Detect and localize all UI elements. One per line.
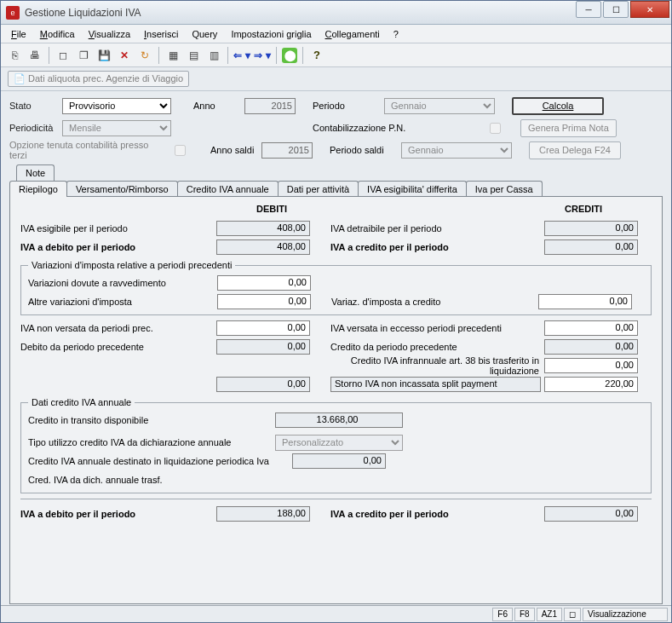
dati-credito-fieldset: Dati credito IVA annuale Credito in tran…: [20, 397, 652, 493]
grid3-icon[interactable]: ▥: [205, 47, 222, 64]
menu-visualizza[interactable]: Visualizza: [85, 27, 134, 41]
tipo-utilizzo-select: Personalizzato: [275, 435, 403, 451]
stato-select[interactable]: Provvisorio: [62, 98, 171, 114]
menu-collegamenti[interactable]: Collegamenti: [322, 27, 383, 41]
menu-inserisci[interactable]: Inserisci: [141, 27, 181, 41]
menu-query[interactable]: Query: [188, 27, 221, 41]
variazioni-fieldset: Variazioni d'imposta relative a periodi …: [20, 260, 652, 315]
contabilizzazione-label: Contabilizzazione P.N.: [313, 123, 432, 133]
iva-detraibile-label: IVA detraibile per il periodo: [327, 223, 544, 234]
menu-modifica[interactable]: Modifica: [37, 27, 78, 41]
window-title: Gestione Liquidazioni IVA: [25, 7, 576, 19]
tab-credito-annuale[interactable]: Credito IVA annuale: [177, 181, 279, 197]
iva-debito-value: 408,00: [216, 239, 310, 255]
unnamed-debit-value: 0,00: [216, 377, 310, 392]
opzione-terzi-checkbox: [175, 145, 186, 156]
tab-riepilogo[interactable]: Riepilogo: [9, 181, 67, 197]
contabilizzazione-checkbox: [490, 123, 501, 134]
new-icon[interactable]: ◻: [55, 47, 72, 64]
periodicita-select: Mensile: [62, 120, 171, 136]
action-icon[interactable]: ⬤: [282, 48, 297, 63]
iva-debito-final-label: IVA a debito per il periodo: [20, 509, 216, 519]
credito-prec-label: Credito da periodo precedente: [327, 342, 544, 352]
grid2-icon[interactable]: ▤: [185, 47, 202, 64]
tab-iva-cassa[interactable]: Iva per Cassa: [466, 181, 543, 197]
anno-saldi-field: [261, 142, 313, 159]
periodo-saldi-select: Gennaio: [401, 142, 512, 159]
iva-debito-final-value: 188,00: [216, 506, 310, 522]
tab-panel-riepilogo: DEBITI CREDITI IVA esigibile per il peri…: [9, 196, 663, 604]
credito-38bis-label: Credito IVA infrannuale art. 38 bis tras…: [327, 355, 544, 376]
status-mode: Visualizzazione: [583, 608, 668, 621]
iva-non-versata-value[interactable]: 0,00: [216, 320, 310, 336]
form-area: Stato Provvisorio Anno Periodo Gennaio C…: [1, 91, 671, 161]
tab-dati-attivita[interactable]: Dati per attività: [278, 181, 359, 197]
iva-detraibile-value: 0,00: [544, 221, 638, 236]
credito-38bis-value[interactable]: 0,00: [544, 358, 638, 373]
grid1-icon[interactable]: ▦: [164, 47, 181, 64]
var-ravv-label: Variazioni dovute a ravvedimento: [28, 278, 217, 288]
iva-credito-final-value: 0,00: [544, 506, 638, 522]
refresh-icon[interactable]: ↻: [136, 47, 153, 64]
storno-value[interactable]: 220,00: [544, 377, 638, 392]
calcola-button[interactable]: Calcola: [512, 97, 604, 115]
tipo-utilizzo-label: Tipo utilizzo credito IVA da dichiarazio…: [28, 437, 275, 447]
minimize-button[interactable]: ─: [576, 1, 601, 18]
tab-note[interactable]: Note: [16, 164, 55, 181]
iva-eccesso-value[interactable]: 0,00: [544, 320, 638, 336]
dati-credito-legend: Dati credito IVA annuale: [28, 397, 135, 407]
iva-debito-label: IVA a debito per il periodo: [20, 242, 216, 252]
statusbar: F6 F8 AZ1 ◻ Visualizzazione: [1, 605, 671, 622]
help-icon[interactable]: ?: [308, 47, 325, 64]
periodo-label: Periodo: [313, 101, 381, 111]
anno-label: Anno: [193, 101, 241, 111]
menu-help[interactable]: ?: [390, 27, 402, 41]
periodo-saldi-label: Periodo saldi: [330, 145, 398, 155]
iva-credito-final-label: IVA a credito per il periodo: [327, 509, 544, 519]
header-crediti: CREDITI: [528, 204, 639, 214]
next-icon[interactable]: ⇒ ▾: [254, 47, 271, 64]
delete-icon[interactable]: ✕: [116, 47, 133, 64]
tabs-area: Note Riepilogo Versamento/Rimborso Credi…: [1, 161, 671, 605]
credito-prec-value: 0,00: [544, 339, 638, 355]
print-icon[interactable]: 🖶: [26, 47, 43, 64]
anno-saldi-label: Anno saldi: [210, 145, 258, 155]
print-preview-icon[interactable]: ⎘: [6, 47, 23, 64]
periodo-select: Gennaio: [384, 98, 495, 114]
prev-icon[interactable]: ⇐ ▾: [233, 47, 250, 64]
credito-transito-label: Credito in transito disponibile: [28, 415, 275, 425]
app-window: e Gestione Liquidazioni IVA ─ ☐ ✕ File M…: [0, 0, 672, 623]
storno-label: Storno IVA non incassata split payment: [330, 377, 541, 392]
anno-field: [244, 98, 296, 114]
altre-var-value[interactable]: 0,00: [217, 294, 311, 309]
maximize-button[interactable]: ☐: [603, 1, 629, 18]
status-f6: F6: [492, 608, 513, 621]
menubar: File Modifica Visualizza Inserisci Query…: [1, 25, 671, 43]
menu-file[interactable]: File: [8, 27, 30, 41]
iva-credito-label: IVA a credito per il periodo: [327, 242, 544, 252]
save-icon[interactable]: 💾: [95, 47, 112, 64]
opzione-terzi-label: Opzione tenuta contabilità presso terzi: [9, 140, 168, 160]
var-ravv-value[interactable]: 0,00: [217, 275, 311, 291]
credito-liq-label: Credito IVA annuale destinato in liquida…: [28, 456, 292, 466]
iva-non-versata-label: IVA non versata da periodi prec.: [20, 323, 216, 333]
close-button[interactable]: ✕: [630, 1, 669, 18]
cred-trasf-label: Cred. IVA da dich. annuale trasf.: [28, 475, 275, 485]
periodicita-label: Periodicità: [9, 123, 59, 133]
crea-delega-button: Crea Delega F24: [529, 141, 621, 159]
iva-credito-value: 0,00: [544, 239, 638, 255]
tab-versamento[interactable]: Versamento/Rimborso: [66, 181, 178, 197]
altre-var-label: Altre variazioni d'imposta: [28, 297, 217, 307]
var-credito-value[interactable]: 0,00: [538, 294, 632, 309]
credito-liq-value: 0,00: [292, 453, 386, 469]
status-f8: F8: [514, 608, 535, 621]
menu-impostazioni[interactable]: Impostazioni griglia: [227, 27, 314, 41]
secondary-toolbar: 📄 Dati aliquota prec. Agenzie di Viaggio: [1, 67, 671, 91]
copy-icon[interactable]: ❐: [75, 47, 92, 64]
aliquota-button: 📄 Dati aliquota prec. Agenzie di Viaggio: [8, 71, 189, 87]
iva-eccesso-label: IVA versata in eccesso periodi precedent…: [327, 323, 544, 333]
var-credito-label: Variaz. d'imposta a credito: [328, 297, 538, 307]
tab-esigibilita[interactable]: IVA esigibilita' differita: [358, 181, 467, 197]
app-icon: e: [6, 6, 20, 20]
debito-prec-label: Debito da periodo precedente: [20, 342, 216, 352]
